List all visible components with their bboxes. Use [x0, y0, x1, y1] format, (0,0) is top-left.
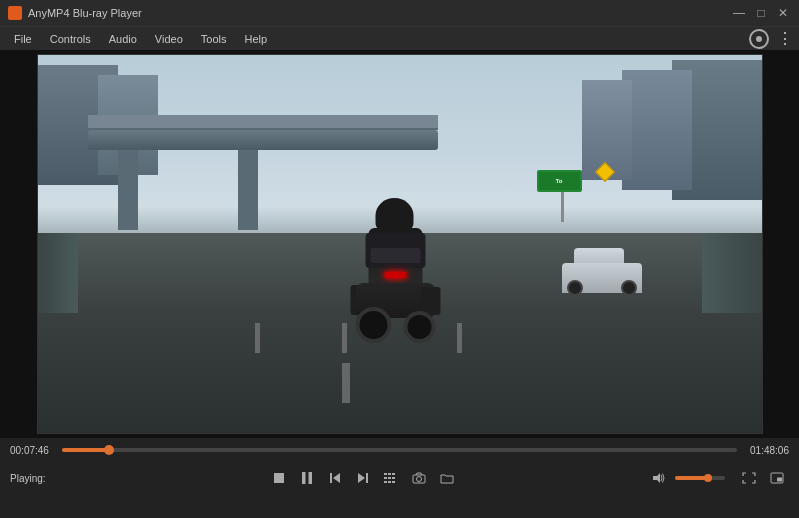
- svg-rect-2: [308, 472, 312, 484]
- minimize-button[interactable]: —: [731, 7, 747, 19]
- svg-rect-10: [384, 477, 387, 479]
- snapshot-menu-button[interactable]: [749, 29, 769, 49]
- road-barrier-left: [38, 233, 78, 313]
- tail-light: [384, 272, 406, 278]
- app-icon: [8, 6, 22, 20]
- armor-detail: [370, 248, 420, 263]
- motorcycle: [350, 233, 440, 343]
- svg-rect-9: [392, 473, 395, 475]
- video-frame: To: [37, 54, 763, 434]
- video-scene: To: [38, 55, 762, 433]
- highway-sign: To: [537, 170, 582, 192]
- menu-bar: File Controls Audio Video Tools Help ⋮: [0, 26, 799, 50]
- maximize-button[interactable]: □: [753, 7, 769, 19]
- overpass-pillar-1: [118, 150, 138, 230]
- controls-area: 00:07:46 01:48:06 Playing:: [0, 438, 799, 518]
- svg-marker-3: [333, 473, 340, 483]
- menu-video[interactable]: Video: [147, 31, 191, 47]
- lane-mark-1: [342, 323, 347, 353]
- overpass-beam: [88, 130, 438, 150]
- time-total: 01:48:06: [747, 445, 789, 456]
- window-controls: — □ ✕: [731, 7, 791, 19]
- open-folder-button[interactable]: [435, 467, 459, 489]
- overpass-pillar-2: [238, 150, 258, 230]
- video-container[interactable]: To: [0, 50, 799, 438]
- controls-row: Playing:: [0, 462, 799, 494]
- progress-bar[interactable]: [62, 448, 737, 452]
- wheel-rear: [355, 307, 391, 343]
- lane-mark-2: [342, 363, 350, 403]
- volume-thumb: [704, 474, 712, 482]
- menu-controls[interactable]: Controls: [42, 31, 99, 47]
- svg-rect-15: [392, 481, 395, 483]
- volume-icon[interactable]: [647, 467, 671, 489]
- svg-marker-18: [653, 473, 660, 483]
- time-current: 00:07:46: [10, 445, 52, 456]
- menu-help[interactable]: Help: [236, 31, 275, 47]
- sign-post: [561, 192, 564, 222]
- building-right-2: [622, 70, 692, 190]
- prev-button[interactable]: [323, 467, 347, 489]
- title-bar-left: AnyMP4 Blu-ray Player: [8, 6, 142, 20]
- pip-button[interactable]: [765, 467, 789, 489]
- close-button[interactable]: ✕: [775, 7, 791, 19]
- car-wheel-front: [567, 280, 583, 296]
- fullscreen-button[interactable]: [737, 467, 761, 489]
- menu-right: ⋮: [749, 29, 793, 49]
- svg-rect-7: [384, 473, 387, 475]
- lane-mark-4: [457, 323, 462, 353]
- road-barrier-right: [702, 233, 762, 313]
- more-options-icon[interactable]: ⋮: [777, 29, 793, 48]
- progress-row: 00:07:46 01:48:06: [0, 438, 799, 462]
- snapshot-button[interactable]: [407, 467, 431, 489]
- highway-sign-text: To: [556, 178, 563, 184]
- svg-point-17: [416, 477, 421, 482]
- svg-rect-8: [388, 473, 391, 475]
- svg-rect-11: [388, 477, 391, 479]
- menu-tools[interactable]: Tools: [193, 31, 235, 47]
- wheel-front: [403, 311, 435, 343]
- volume-section: [647, 467, 725, 489]
- progress-thumb: [104, 445, 114, 455]
- stop-button[interactable]: [267, 467, 291, 489]
- snapshot-dot: [756, 36, 762, 42]
- svg-rect-6: [366, 473, 368, 483]
- progress-fill: [62, 448, 109, 452]
- svg-marker-5: [358, 473, 365, 483]
- app-title: AnyMP4 Blu-ray Player: [28, 7, 142, 19]
- playback-status: Playing:: [10, 473, 70, 484]
- lane-mark-3: [255, 323, 260, 353]
- next-button[interactable]: [351, 467, 375, 489]
- menu-items: File Controls Audio Video Tools Help: [6, 31, 275, 47]
- overpass: [88, 115, 438, 175]
- svg-rect-13: [384, 481, 387, 483]
- car-wheel-rear: [621, 280, 637, 296]
- svg-rect-0: [274, 473, 284, 483]
- menu-file[interactable]: File: [6, 31, 40, 47]
- pause-button[interactable]: [295, 467, 319, 489]
- svg-rect-1: [302, 472, 306, 484]
- svg-rect-12: [392, 477, 395, 479]
- menu-audio[interactable]: Audio: [101, 31, 145, 47]
- svg-rect-4: [330, 473, 332, 483]
- title-bar: AnyMP4 Blu-ray Player — □ ✕: [0, 0, 799, 26]
- overpass-road: [88, 115, 438, 130]
- svg-rect-14: [388, 481, 391, 483]
- svg-rect-20: [777, 478, 782, 482]
- chapters-button[interactable]: [379, 467, 403, 489]
- volume-bar[interactable]: [675, 476, 725, 480]
- background-car: [562, 253, 642, 293]
